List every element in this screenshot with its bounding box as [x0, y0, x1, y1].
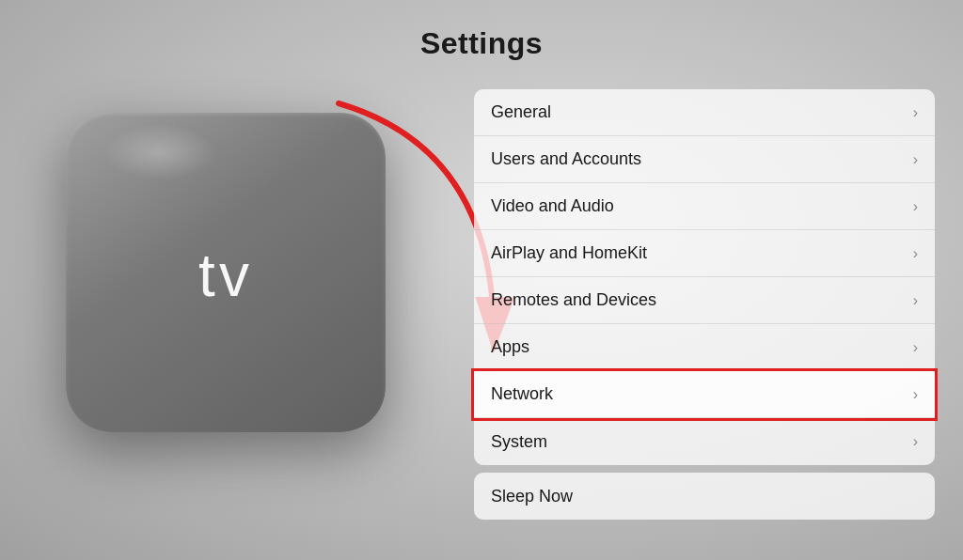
- chevron-icon-system: ›: [913, 433, 918, 450]
- menu-group-1: General › Users and Accounts › Video and…: [474, 89, 935, 465]
- menu-item-general[interactable]: General ›: [474, 89, 935, 136]
- chevron-icon-airplay: ›: [913, 245, 918, 262]
- chevron-icon-remotes: ›: [913, 292, 918, 309]
- settings-menu: General › Users and Accounts › Video and…: [474, 89, 935, 520]
- chevron-icon-users: ›: [913, 151, 918, 168]
- tv-label: tv: [198, 241, 253, 310]
- menu-item-video-label: Video and Audio: [491, 196, 614, 216]
- chevron-icon-apps: ›: [913, 339, 918, 356]
- menu-group-gap: [474, 465, 935, 473]
- menu-item-sleep-label: Sleep Now: [491, 487, 573, 506]
- menu-item-video-and-audio[interactable]: Video and Audio ›: [474, 183, 935, 230]
- menu-item-users-and-accounts[interactable]: Users and Accounts ›: [474, 136, 935, 183]
- menu-item-airplay[interactable]: AirPlay and HomeKit ›: [474, 230, 935, 277]
- menu-item-network[interactable]: Network ›: [474, 371, 935, 418]
- menu-item-users-label: Users and Accounts: [491, 149, 641, 169]
- menu-item-system-label: System: [491, 432, 547, 452]
- menu-item-network-label: Network: [491, 384, 553, 404]
- menu-item-apps[interactable]: Apps ›: [474, 324, 935, 371]
- chevron-icon-video: ›: [913, 198, 918, 215]
- menu-group-2: Sleep Now: [474, 473, 935, 520]
- menu-item-airplay-label: AirPlay and HomeKit: [491, 243, 647, 263]
- chevron-icon-general: ›: [913, 104, 918, 121]
- menu-item-remotes[interactable]: Remotes and Devices ›: [474, 277, 935, 324]
- menu-item-system[interactable]: System ›: [474, 418, 935, 465]
- menu-item-sleep-now[interactable]: Sleep Now: [474, 473, 935, 520]
- page-title: Settings: [0, 26, 963, 61]
- menu-item-general-label: General: [491, 102, 551, 122]
- chevron-icon-network: ›: [913, 386, 918, 403]
- menu-item-apps-label: Apps: [491, 337, 529, 357]
- menu-item-remotes-label: Remotes and Devices: [491, 290, 656, 310]
- apple-tv-logo-box: tv: [66, 113, 386, 432]
